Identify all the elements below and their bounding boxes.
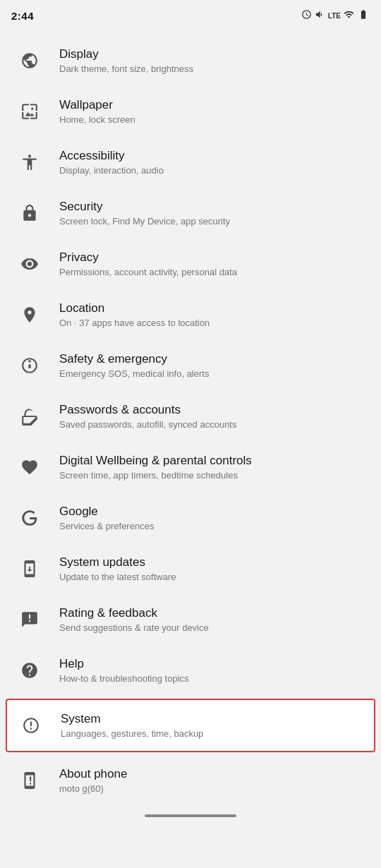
status-time: 2:44: [11, 10, 34, 22]
accessibility-text: Accessibility Display, interaction, audi…: [59, 148, 367, 177]
google-subtitle: Services & preferences: [59, 521, 367, 533]
settings-item-wellbeing[interactable]: Digital Wellbeing & parental controls Sc…: [0, 442, 381, 493]
system-title: System: [61, 711, 365, 727]
system-updates-text: System updates Update to the latest soft…: [59, 555, 367, 584]
display-text: Display Dark theme, font size, brightnes…: [59, 47, 367, 76]
settings-item-safety[interactable]: Safety & emergency Emergency SOS, medica…: [0, 340, 381, 391]
rating-title: Rating & feedback: [59, 605, 367, 621]
status-bar: 2:44 LTE: [0, 0, 381, 28]
google-text: Google Services & preferences: [59, 504, 367, 533]
settings-item-system[interactable]: System Languages, gestures, time, backup: [6, 699, 375, 752]
safety-subtitle: Emergency SOS, medical info, alerts: [59, 368, 367, 380]
settings-item-google[interactable]: Google Services & preferences: [0, 493, 381, 543]
security-title: Security: [59, 199, 367, 215]
settings-item-location[interactable]: Location On · 37 apps have access to loc…: [0, 289, 381, 340]
signal-icon: [344, 9, 354, 22]
about-icon: [14, 765, 45, 796]
settings-item-passwords[interactable]: Passwords & accounts Saved passwords, au…: [0, 391, 381, 442]
rating-subtitle: Send suggestions & rate your device: [59, 622, 367, 634]
settings-item-privacy[interactable]: Privacy Permissions, account activity, p…: [0, 239, 381, 289]
passwords-subtitle: Saved passwords, autofill, synced accoun…: [59, 419, 367, 431]
about-subtitle: moto g(60): [59, 783, 367, 795]
alarm-icon: [301, 9, 312, 22]
wallpaper-subtitle: Home, lock screen: [59, 114, 367, 126]
settings-item-rating[interactable]: Rating & feedback Send suggestions & rat…: [0, 594, 381, 645]
privacy-subtitle: Permissions, account activity, personal …: [59, 267, 367, 279]
passwords-title: Passwords & accounts: [59, 402, 367, 418]
rating-text: Rating & feedback Send suggestions & rat…: [59, 605, 367, 634]
about-title: About phone: [59, 766, 367, 782]
settings-item-display[interactable]: Display Dark theme, font size, brightnes…: [0, 35, 381, 86]
settings-item-security[interactable]: Security Screen lock, Find My Device, ap…: [0, 188, 381, 239]
settings-item-accessibility[interactable]: Accessibility Display, interaction, audi…: [0, 137, 381, 188]
settings-item-system-updates[interactable]: System updates Update to the latest soft…: [0, 543, 381, 594]
help-icon: [14, 655, 45, 686]
google-icon: [14, 502, 45, 534]
accessibility-subtitle: Display, interaction, audio: [59, 165, 367, 177]
wallpaper-icon: [14, 96, 45, 127]
home-indicator: [0, 806, 381, 821]
location-text: Location On · 37 apps have access to loc…: [59, 301, 367, 330]
display-title: Display: [59, 47, 367, 62]
location-subtitle: On · 37 apps have access to location: [59, 318, 367, 330]
wellbeing-title: Digital Wellbeing & parental controls: [59, 453, 367, 469]
security-text: Security Screen lock, Find My Device, ap…: [59, 199, 367, 228]
safety-text: Safety & emergency Emergency SOS, medica…: [59, 351, 367, 380]
system-icon: [16, 710, 47, 741]
security-icon: [14, 198, 45, 229]
privacy-text: Privacy Permissions, account activity, p…: [59, 250, 367, 279]
location-title: Location: [59, 301, 367, 316]
help-subtitle: How-to & troubleshooting topics: [59, 673, 367, 685]
privacy-title: Privacy: [59, 250, 367, 265]
wellbeing-icon: [14, 452, 45, 483]
system-subtitle: Languages, gestures, time, backup: [61, 728, 365, 740]
wallpaper-text: Wallpaper Home, lock screen: [59, 97, 367, 126]
help-title: Help: [59, 656, 367, 672]
system-text: System Languages, gestures, time, backup: [61, 711, 365, 740]
safety-title: Safety & emergency: [59, 351, 367, 367]
settings-item-help[interactable]: Help How-to & troubleshooting topics: [0, 645, 381, 696]
accessibility-title: Accessibility: [59, 148, 367, 164]
security-subtitle: Screen lock, Find My Device, app securit…: [59, 216, 367, 228]
settings-item-about[interactable]: About phone moto g(60): [0, 755, 381, 806]
home-bar: [145, 814, 236, 817]
about-text: About phone moto g(60): [59, 766, 367, 795]
wellbeing-text: Digital Wellbeing & parental controls Sc…: [59, 453, 367, 482]
volume-icon: [315, 9, 325, 22]
settings-list: Display Dark theme, font size, brightnes…: [0, 28, 381, 806]
help-text: Help How-to & troubleshooting topics: [59, 656, 367, 685]
display-icon: [14, 45, 45, 76]
battery-icon: [357, 9, 370, 22]
status-icons: LTE: [301, 9, 370, 22]
accessibility-icon: [14, 147, 45, 178]
system-updates-title: System updates: [59, 555, 367, 570]
system-updates-icon: [14, 553, 45, 584]
google-title: Google: [59, 504, 367, 519]
passwords-text: Passwords & accounts Saved passwords, au…: [59, 402, 367, 431]
rating-icon: [14, 604, 45, 635]
wallpaper-title: Wallpaper: [59, 97, 367, 113]
system-updates-subtitle: Update to the latest software: [59, 572, 367, 584]
location-icon: [14, 299, 45, 330]
lte-icon: LTE: [328, 12, 341, 20]
settings-item-wallpaper[interactable]: Wallpaper Home, lock screen: [0, 86, 381, 137]
wellbeing-subtitle: Screen time, app timers, bedtime schedul…: [59, 470, 367, 482]
passwords-icon: [14, 401, 45, 432]
safety-icon: [14, 350, 45, 381]
display-subtitle: Dark theme, font size, brightness: [59, 64, 367, 76]
privacy-icon: [14, 248, 45, 279]
